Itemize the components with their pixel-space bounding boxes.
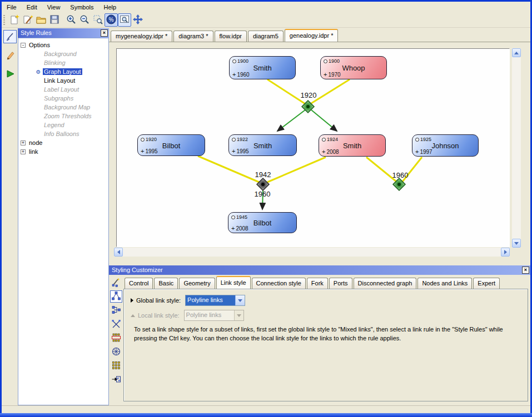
menu-view[interactable]: View xyxy=(42,2,66,12)
scroll-right-icon[interactable] xyxy=(501,248,510,257)
birth-icon xyxy=(322,138,326,142)
new-file-button[interactable] xyxy=(8,13,21,27)
bus-layout-button[interactable] xyxy=(110,332,122,344)
horizontal-scrollbar[interactable] xyxy=(114,248,510,257)
tab-connection-style[interactable]: Connection style xyxy=(252,278,306,289)
tree-item-label-layout[interactable]: Label Layout xyxy=(18,85,108,94)
expand-arrow-icon[interactable] xyxy=(131,298,133,303)
expander-plus-icon[interactable]: + xyxy=(21,149,26,154)
tab-mygenealogy[interactable]: mygenealogy.idpr * xyxy=(111,31,172,42)
menu-help[interactable]: Help xyxy=(99,2,122,12)
person-node[interactable]: 1925Johnson+1997 xyxy=(412,134,479,157)
apply-layout-button[interactable] xyxy=(110,374,122,386)
zoom-area-button[interactable] xyxy=(91,13,105,27)
tab-fork[interactable]: Fork xyxy=(307,278,328,289)
tree-item-link-layout[interactable]: Link Layout xyxy=(18,76,108,85)
tab-nodes-and-links[interactable]: Nodes and Links xyxy=(417,278,472,289)
layout-wand-button[interactable] xyxy=(110,277,122,289)
scroll-up-icon[interactable] xyxy=(512,48,521,57)
apply-layout-icon xyxy=(111,374,121,385)
toolbar-grip[interactable] xyxy=(3,15,5,25)
tree-item-info-balloons[interactable]: Info Balloons xyxy=(18,129,108,138)
tab-diagram5[interactable]: diagram5 xyxy=(248,31,284,42)
new-file-icon xyxy=(9,14,20,26)
tree-item-blinking[interactable]: Blinking xyxy=(18,58,108,67)
close-icon[interactable]: × xyxy=(101,29,108,37)
diagram-canvas[interactable]: 19201942196019601900Smith+19601900Whoop+… xyxy=(116,48,510,247)
tab-disconnected-graph[interactable]: Disconnected graph xyxy=(354,278,417,289)
diagram-area: 19201942196019601900Smith+19601900Whoop+… xyxy=(109,42,530,261)
tab-link-style[interactable]: Link style xyxy=(216,276,251,289)
person-node[interactable]: 1945Bilbot+2008 xyxy=(228,212,297,233)
svg-text:%: % xyxy=(109,17,114,23)
run-button[interactable] xyxy=(3,68,17,81)
window-border xyxy=(0,413,532,417)
window-border xyxy=(0,0,532,2)
scroll-left-icon[interactable] xyxy=(114,248,123,257)
grid-layout-button[interactable] xyxy=(110,360,122,372)
marriage-link[interactable] xyxy=(267,157,326,182)
tree-item-link[interactable]: + link xyxy=(18,147,108,156)
hierarchical-layout-icon xyxy=(111,305,121,316)
marriage-link[interactable] xyxy=(311,79,350,103)
menu-symbols[interactable]: Symbols xyxy=(65,2,98,12)
person-node[interactable]: 1900Whoop+1970 xyxy=(320,56,387,79)
new-wizard-button[interactable] xyxy=(21,13,34,27)
open-button[interactable] xyxy=(34,13,48,27)
style-brush-button[interactable] xyxy=(3,30,17,43)
tab-ports[interactable]: Ports xyxy=(329,278,352,289)
person-node[interactable]: 1900Smith+1960 xyxy=(229,56,296,79)
tab-basic[interactable]: Basic xyxy=(154,278,178,289)
tree-item-graph-layout[interactable]: ⚙Graph Layout xyxy=(18,67,108,76)
circular-layout-button[interactable] xyxy=(110,346,122,358)
person-node[interactable]: 1922Smith+1995 xyxy=(228,134,297,156)
death-year: +1970 xyxy=(324,71,341,78)
child-link[interactable] xyxy=(277,110,305,131)
overview-button[interactable] xyxy=(118,13,131,27)
child-link[interactable] xyxy=(311,110,337,131)
vertical-scrollbar[interactable] xyxy=(512,48,521,248)
expander-minus-icon[interactable]: - xyxy=(21,43,26,48)
tree-item-node[interactable]: + node xyxy=(18,138,108,147)
person-node[interactable]: 1924Smith+2008 xyxy=(319,134,386,157)
menu-file[interactable]: File xyxy=(2,2,22,12)
tree-item-subgraphs[interactable]: Subgraphs xyxy=(18,94,108,103)
marriage-link[interactable] xyxy=(198,156,259,182)
tree-layout-button[interactable] xyxy=(110,290,122,303)
save-button[interactable] xyxy=(48,13,61,27)
close-icon[interactable]: × xyxy=(522,267,529,274)
tab-genealogy[interactable]: genealogy.idpr * xyxy=(285,29,339,42)
zoom-out-button[interactable] xyxy=(78,13,91,27)
person-node[interactable]: 1920Bilbot+1995 xyxy=(137,134,205,156)
union-year-label: 1920 xyxy=(301,91,317,99)
tab-control[interactable]: Control xyxy=(125,278,153,289)
tab-flow[interactable]: flow.idpr xyxy=(215,31,247,42)
hierarchical-layout-button[interactable] xyxy=(110,304,122,316)
global-link-style-select[interactable]: Polyline links xyxy=(185,295,245,306)
chevron-down-icon xyxy=(234,310,243,320)
overview-icon xyxy=(119,14,130,26)
link-layout-button[interactable] xyxy=(110,318,122,330)
tree-item-options[interactable]: - Options xyxy=(18,41,108,49)
save-icon xyxy=(49,14,60,26)
scroll-down-icon[interactable] xyxy=(512,239,521,248)
tab-geometry[interactable]: Geometry xyxy=(179,278,215,289)
marriage-link[interactable] xyxy=(267,79,305,104)
zoom-in-button[interactable] xyxy=(64,13,78,27)
brush-icon xyxy=(5,31,15,42)
pan-button[interactable] xyxy=(131,13,145,27)
tree-item-background[interactable]: Background xyxy=(18,49,108,58)
tab-diagram3[interactable]: diagram3 * xyxy=(173,31,213,42)
edit-pencil-button[interactable] xyxy=(3,49,17,62)
tree-item-background-map[interactable]: Background Map xyxy=(18,103,108,112)
tree-item-zoom-thresholds[interactable]: Zoom Thresholds xyxy=(18,112,108,120)
styling-customizer-titlebar[interactable]: Styling Customizer × xyxy=(109,265,530,275)
death-year: +2008 xyxy=(231,225,248,232)
expander-plus-icon[interactable]: + xyxy=(21,140,26,145)
zoom-percent-button[interactable]: % xyxy=(105,13,118,27)
tree-item-legend[interactable]: Legend xyxy=(18,120,108,129)
style-rules-titlebar[interactable]: Style Rules × xyxy=(18,28,109,38)
tab-expert[interactable]: Expert xyxy=(473,278,500,289)
chevron-down-icon[interactable] xyxy=(235,295,245,305)
menu-edit[interactable]: Edit xyxy=(22,2,42,12)
